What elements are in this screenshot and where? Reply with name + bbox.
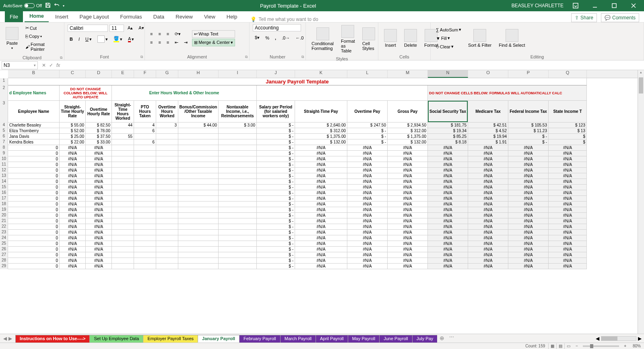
decrease-decimal-icon[interactable]: ←.0 xyxy=(293,34,305,42)
font-color-button[interactable]: A▾ xyxy=(126,35,136,44)
svg-rect-0 xyxy=(573,3,578,8)
user-name[interactable]: BEASLEY CHARLETTE xyxy=(512,3,564,8)
sort-icon xyxy=(473,29,486,42)
delete-icon xyxy=(404,29,417,42)
table-icon xyxy=(341,25,354,38)
number-format-dropdown[interactable] xyxy=(253,24,301,31)
insert-cells-button[interactable]: Insert xyxy=(382,28,399,48)
delete-cells-button[interactable]: Delete xyxy=(402,28,419,48)
tab-insert[interactable]: Insert xyxy=(50,11,73,22)
decrease-indent-icon[interactable]: ⇤ xyxy=(173,39,180,46)
ribbon: Paste▾ ✂Cut ⎘Copy▾ 🖌Format Painter Clipb… xyxy=(0,23,644,60)
find-icon xyxy=(506,29,518,42)
comments-button[interactable]: 💬Comments xyxy=(601,13,639,22)
merge-center-button[interactable]: ⊞Merge & Center▾ xyxy=(192,39,235,46)
cut-button[interactable]: ✂Cut xyxy=(23,24,61,32)
clear-button[interactable]: ◇Clear▾ xyxy=(434,43,463,50)
ribbon-options-icon[interactable] xyxy=(568,0,583,11)
save-icon[interactable] xyxy=(45,2,51,9)
tab-file[interactable]: File xyxy=(5,11,23,22)
tell-me-search[interactable]: 💡 Tell me what you want to do xyxy=(244,17,570,22)
paste-icon xyxy=(6,27,19,40)
eraser-icon: ◇ xyxy=(436,44,439,49)
cell-styles-icon xyxy=(362,27,375,40)
brush-icon: 🖌 xyxy=(25,44,30,49)
close-icon[interactable] xyxy=(626,0,641,11)
number-launcher[interactable]: ⧉ xyxy=(301,55,304,59)
tab-help[interactable]: Help xyxy=(222,11,242,22)
wrap-text-button[interactable]: ↩Wrap Text xyxy=(192,30,235,38)
align-left-icon[interactable]: ≡ xyxy=(148,39,155,46)
find-select-button[interactable]: Find & Select xyxy=(496,28,527,48)
autosave-toggle[interactable]: AutoSave Off xyxy=(3,3,42,8)
bold-button[interactable]: B xyxy=(68,35,75,43)
bucket-icon: 🪣 xyxy=(114,36,119,42)
insert-icon xyxy=(384,29,397,42)
font-size-dropdown[interactable] xyxy=(109,25,124,32)
name-box[interactable]: N3▾ xyxy=(2,61,38,69)
fill-color-button[interactable]: 🪣▾ xyxy=(111,35,124,44)
comma-button[interactable]: , xyxy=(273,34,278,42)
share-icon: ⇪ xyxy=(575,15,579,21)
orientation-icon[interactable]: ⟳▾ xyxy=(173,30,183,38)
svg-rect-1 xyxy=(612,4,616,8)
formula-input[interactable] xyxy=(64,61,644,69)
align-middle-icon[interactable]: ≡ xyxy=(156,30,163,37)
conditional-formatting-button[interactable]: Conditional Formatting xyxy=(309,27,336,52)
fill-icon: ▼ xyxy=(436,36,440,41)
comments-icon: 💬 xyxy=(605,15,611,21)
format-as-table-button[interactable]: Format as Table xyxy=(339,24,357,54)
font-name-dropdown[interactable] xyxy=(68,25,108,32)
window-title: Payroll Template - Excel xyxy=(64,3,512,9)
merge-icon: ⊞ xyxy=(194,40,198,45)
currency-button[interactable]: $▾ xyxy=(253,34,262,42)
align-right-icon[interactable]: ≡ xyxy=(165,39,171,46)
underline-button[interactable]: U▾ xyxy=(83,35,94,43)
tab-formulas[interactable]: Formulas xyxy=(116,11,147,22)
wrap-icon: ↩ xyxy=(194,31,198,37)
align-bottom-icon[interactable]: ≡ xyxy=(165,30,171,37)
copy-icon: ⎘ xyxy=(25,34,28,39)
tab-home[interactable]: Home xyxy=(25,10,49,22)
menu-tabs: File Home Insert Page Layout Formulas Da… xyxy=(0,11,644,23)
tab-page-layout[interactable]: Page Layout xyxy=(75,11,114,22)
increase-indent-icon[interactable]: ⇥ xyxy=(182,39,190,46)
increase-font-icon[interactable]: A▴ xyxy=(126,24,135,32)
tab-review[interactable]: Review xyxy=(171,11,198,22)
percent-button[interactable]: % xyxy=(263,34,271,42)
borders-icon xyxy=(97,35,105,43)
maximize-icon[interactable] xyxy=(607,0,621,11)
titlebar: AutoSave Off ▾ Payroll Template - Excel … xyxy=(0,0,644,11)
increase-decimal-icon[interactable]: .0→ xyxy=(280,34,292,42)
share-button[interactable]: ⇪Share xyxy=(571,13,597,22)
fx-icon[interactable]: fx xyxy=(56,62,60,68)
copy-button[interactable]: ⎘Copy▾ xyxy=(23,33,61,40)
format-painter-button[interactable]: 🖌Format Painter xyxy=(23,41,61,53)
font-launcher[interactable]: ⧉ xyxy=(140,55,143,59)
sort-filter-button[interactable]: Sort & Filter xyxy=(466,28,494,48)
lightbulb-icon: 💡 xyxy=(250,17,256,22)
paste-button[interactable]: Paste▾ xyxy=(3,26,21,51)
cancel-formula-icon[interactable]: ✕ xyxy=(42,62,46,68)
sigma-icon: ∑ xyxy=(436,27,439,32)
italic-button[interactable]: I xyxy=(76,35,82,43)
scissors-icon: ✂ xyxy=(25,25,29,31)
tab-data[interactable]: Data xyxy=(149,11,169,22)
borders-button[interactable]: ▾ xyxy=(95,34,110,44)
fill-button[interactable]: ▼Fill▾ xyxy=(434,34,463,42)
autosum-button[interactable]: ∑AutoSum▾ xyxy=(434,26,463,33)
tab-view[interactable]: View xyxy=(199,11,220,22)
conditional-formatting-icon xyxy=(316,27,329,40)
confirm-formula-icon[interactable]: ✓ xyxy=(49,62,53,68)
clipboard-launcher[interactable]: ⧉ xyxy=(60,56,62,60)
align-center-icon[interactable]: ≡ xyxy=(156,39,163,46)
alignment-launcher[interactable]: ⧉ xyxy=(245,55,248,59)
font-color-icon: A xyxy=(128,36,131,42)
align-top-icon[interactable]: ≡ xyxy=(148,30,155,37)
cell-styles-button[interactable]: Cell Styles xyxy=(360,27,378,52)
undo-icon[interactable] xyxy=(54,2,60,9)
minimize-icon[interactable] xyxy=(588,0,602,11)
